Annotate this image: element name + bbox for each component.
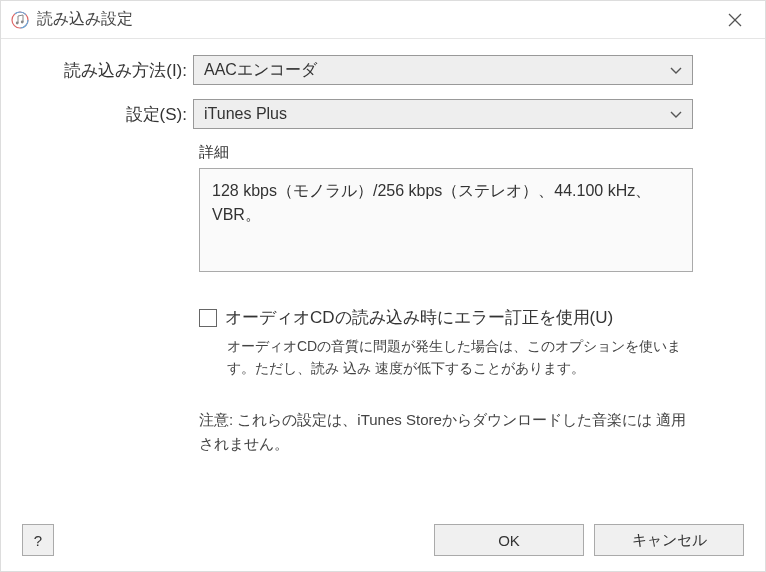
error-correction-label: オーディオCDの読み込み時にエラー訂正を使用(U) <box>225 306 613 329</box>
note-text: 注意: これらの設定は、iTunes Storeからダウンロードした音楽には 適… <box>199 408 693 456</box>
title-bar: 読み込み設定 <box>1 1 765 39</box>
details-text: 128 kbps（モノラル）/256 kbps（ステレオ）、44.100 kHz… <box>212 182 651 223</box>
import-method-label: 読み込み方法(I): <box>23 59 193 82</box>
import-method-value: AACエンコーダ <box>204 60 317 81</box>
button-bar: ? OK キャンセル <box>0 524 766 556</box>
error-correction-description: オーディオCDの音質に問題が発生した場合は、このオプションを使います。ただし、読… <box>227 335 693 380</box>
details-box: 128 kbps（モノラル）/256 kbps（ステレオ）、44.100 kHz… <box>199 168 693 272</box>
setting-value: iTunes Plus <box>204 105 287 123</box>
import-method-dropdown[interactable]: AACエンコーダ <box>193 55 693 85</box>
error-correction-checkbox[interactable] <box>199 309 217 327</box>
close-button[interactable] <box>715 5 755 35</box>
svg-point-2 <box>16 21 19 24</box>
setting-label: 設定(S): <box>23 103 193 126</box>
ok-button[interactable]: OK <box>434 524 584 556</box>
svg-point-3 <box>21 20 24 23</box>
window-title: 読み込み設定 <box>37 9 715 30</box>
setting-dropdown[interactable]: iTunes Plus <box>193 99 693 129</box>
app-icon <box>11 11 29 29</box>
help-button[interactable]: ? <box>22 524 54 556</box>
chevron-down-icon <box>670 105 682 123</box>
details-label: 詳細 <box>199 143 693 162</box>
cancel-button[interactable]: キャンセル <box>594 524 744 556</box>
chevron-down-icon <box>670 61 682 79</box>
